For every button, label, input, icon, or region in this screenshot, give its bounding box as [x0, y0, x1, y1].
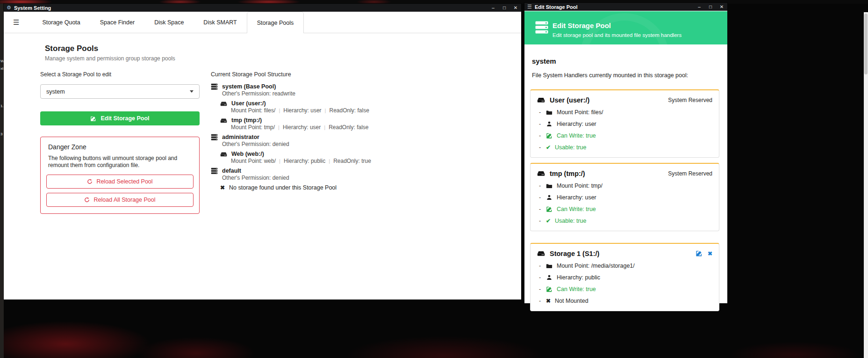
- dash-bullet: [539, 121, 542, 127]
- hdd-icon: [220, 151, 227, 158]
- tab-disk-smart[interactable]: Disk SMART: [194, 12, 246, 33]
- handler-detail-row: ✔Usable: true: [537, 144, 712, 151]
- current-pool-name: system: [532, 57, 719, 65]
- handler-readonly: ReadOnly: false: [329, 107, 369, 114]
- handler-detail-row: Mount Point: /media/storage1/: [537, 263, 712, 269]
- detail-text: Mount Point: /media/storage1/: [557, 263, 635, 269]
- handler-hierarchy: Hierarchy: user: [283, 107, 321, 114]
- tab-bar: ☰ Storage Quota Space Finder Disk Space …: [4, 12, 521, 33]
- system-reserved-badge: System Reserved: [668, 97, 712, 103]
- x-icon: ✖: [546, 298, 551, 304]
- titlebar: ⚙ System Setting – □ ✕: [4, 4, 521, 12]
- edit-icon: [546, 206, 552, 212]
- separator: [325, 158, 333, 164]
- empty-pool-row: ✖ No storage found under this Storage Po…: [220, 184, 510, 191]
- handler-mount: Mount Point: tmp/: [231, 124, 275, 131]
- edge-fragment: xt: [0, 66, 3, 71]
- tab-disk-space[interactable]: Disk Space: [144, 12, 194, 33]
- pool-item: system (Base Pool) Other's Permission: r…: [211, 83, 510, 131]
- dash-bullet: [539, 183, 542, 189]
- detail-text: Hierarchy: public: [557, 274, 600, 281]
- handler-name: User (user:/): [231, 100, 266, 107]
- handler-mount: Mount Point: web/: [231, 158, 276, 164]
- folder-icon: [546, 263, 552, 269]
- reload-selected-pool-label: Reload Selected Pool: [96, 178, 152, 185]
- handler-item: Web (web:/) Mount Point: web/Hierarchy: …: [220, 151, 510, 164]
- handler-detail-row: Hierarchy: public: [537, 274, 712, 281]
- maximize-button[interactable]: □: [500, 4, 509, 12]
- page-subtitle: Manage system and permission group stora…: [45, 55, 175, 62]
- edge-fragment: 1.: [0, 104, 4, 108]
- minimize-button[interactable]: –: [489, 4, 497, 12]
- maximize-button[interactable]: □: [706, 3, 715, 11]
- close-button[interactable]: ✕: [511, 4, 520, 12]
- close-button[interactable]: ✕: [717, 3, 726, 11]
- server-icon: [211, 134, 218, 141]
- refresh-icon: [84, 197, 90, 203]
- handler-item: User (user:/) Mount Point: files/Hierarc…: [220, 100, 510, 114]
- handler-readonly: ReadOnly: true: [333, 158, 371, 164]
- reload-all-pool-button[interactable]: Reload All Storage Pool: [46, 193, 194, 207]
- list-icon: ☰: [527, 4, 532, 9]
- system-reserved-badge: System Reserved: [668, 170, 712, 177]
- page-header: Storage Pools Manage system and permissi…: [45, 44, 175, 62]
- window-title: System Setting: [14, 5, 486, 11]
- folder-icon: [546, 183, 552, 189]
- pool-permission: Other's Permission: denied: [222, 141, 510, 147]
- system-setting-window: ⚙ System Setting – □ ✕ ☰ Storage Quota S…: [4, 4, 521, 300]
- server-icon: [211, 168, 218, 175]
- chevron-down-icon: [190, 90, 194, 93]
- handler-detail-row: Mount Point: tmp/: [537, 183, 712, 189]
- edit-storage-pool-button[interactable]: Edit Storage Pool: [40, 111, 200, 125]
- edit-handler-icon[interactable]: [696, 250, 703, 257]
- edge-fragment: W: [0, 59, 4, 63]
- hdd-icon: [537, 249, 545, 257]
- dash-bullet: [539, 206, 542, 212]
- minimize-button[interactable]: –: [695, 3, 703, 11]
- separator: [321, 124, 329, 131]
- dash-bullet: [539, 144, 542, 151]
- reload-all-pool-label: Reload All Storage Pool: [93, 197, 155, 203]
- danger-zone-card: Danger Zone The following buttons will u…: [40, 137, 200, 214]
- pool-editor-column: Select a Storage Pool to edit system Edi…: [40, 71, 200, 214]
- handler-card-name: User (user:/): [550, 96, 589, 104]
- tab-storage-quota[interactable]: Storage Quota: [32, 12, 90, 33]
- screen-scrollbar[interactable]: [864, 12, 868, 358]
- detail-text: Mount Point: files/: [557, 109, 603, 116]
- edit-storage-pool-label: Edit Storage Pool: [100, 115, 149, 122]
- handler-card-name: Storage 1 (S1:/): [550, 250, 599, 257]
- dash-bullet: [539, 109, 542, 116]
- header-subtitle: Edit storage pool and its mounted file s…: [552, 32, 681, 38]
- structure-title: Current Storage Pool Structure: [211, 71, 291, 78]
- pool-item: default Other's Permission: denied ✖ No …: [211, 168, 510, 191]
- handler-detail-row: ✖Not Mounted: [537, 298, 712, 304]
- desktop-wallpaper-strip: [0, 0, 868, 4]
- hdd-icon: [220, 100, 227, 107]
- check-icon: ✔: [546, 218, 551, 224]
- handler-card-name: tmp (tmp:/): [550, 170, 585, 177]
- handler-mount: Mount Point: files/: [231, 107, 275, 114]
- pool-permission: Other's Permission: denied: [222, 175, 510, 181]
- handler-detail-row: Can Write: true: [537, 206, 712, 212]
- storage-pool-select[interactable]: system: [40, 84, 200, 99]
- tab-space-finder[interactable]: Space Finder: [90, 12, 144, 33]
- edit-pool-body: system File System Handlers currently mo…: [524, 44, 727, 303]
- edit-icon: [546, 132, 552, 139]
- handler-hierarchy: Hierarchy: public: [284, 158, 325, 164]
- tab-storage-pools[interactable]: Storage Pools: [247, 12, 304, 33]
- refresh-icon: [87, 179, 93, 184]
- menu-icon[interactable]: ☰: [13, 18, 19, 27]
- x-icon: ✖: [220, 184, 225, 191]
- separator: [276, 158, 284, 164]
- pool-name: default: [222, 168, 241, 175]
- edit-icon: [546, 286, 552, 292]
- handler-cards: User (user:/) System Reserved Mount Poin…: [530, 89, 719, 311]
- remove-handler-icon[interactable]: ✖: [708, 250, 712, 257]
- separator: [322, 107, 330, 114]
- reload-selected-pool-button[interactable]: Reload Selected Pool: [46, 175, 194, 189]
- empty-pool-message: No storage found under this Storage Pool: [229, 184, 337, 191]
- scrollbar-thumb[interactable]: [864, 14, 868, 74]
- handler-card: Storage 1 (S1:/) ✖ Mount Point: /media/s…: [530, 243, 719, 311]
- window-title: Edit Storage Pool: [535, 4, 692, 10]
- handler-name: tmp (tmp:/): [231, 117, 262, 124]
